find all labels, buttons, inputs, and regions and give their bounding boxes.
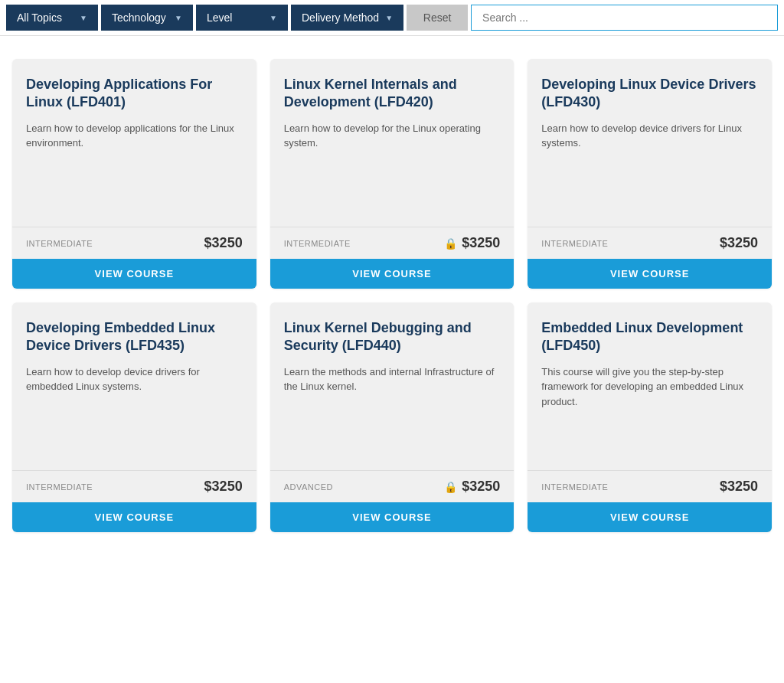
course-price: $3250: [462, 479, 500, 495]
course-price: $3250: [204, 479, 243, 495]
course-card: Linux Kernel Debugging and Security (LFD…: [270, 302, 514, 532]
lock-icon: 🔒: [444, 237, 457, 250]
view-course-button[interactable]: VIEW COURSE: [528, 259, 772, 289]
card-footer: INTERMEDIATE $3250: [528, 470, 772, 502]
price-area: $3250: [204, 479, 243, 495]
course-grid: Developing Applications For Linux (LFD40…: [0, 36, 784, 555]
card-body: Developing Embedded Linux Device Drivers…: [12, 302, 256, 470]
topics-dropdown[interactable]: All Topics ▼: [6, 5, 98, 31]
card-footer: INTERMEDIATE 🔒 $3250: [270, 227, 514, 259]
course-description: Learn how to develop applications for th…: [26, 121, 243, 151]
card-footer: INTERMEDIATE $3250: [12, 227, 256, 259]
price-area: 🔒 $3250: [444, 235, 500, 251]
course-title: Embedded Linux Development (LFD450): [541, 319, 758, 355]
filter-bar: All Topics ▼ Technology ▼ Level ▼ Delive…: [0, 0, 784, 36]
course-description: This course will give you the step-by-st…: [541, 364, 758, 410]
technology-arrow: ▼: [175, 14, 182, 22]
course-level: INTERMEDIATE: [26, 482, 93, 492]
delivery-method-dropdown[interactable]: Delivery Method ▼: [291, 5, 403, 31]
lock-icon: 🔒: [444, 481, 457, 493]
price-area: $3250: [720, 479, 758, 495]
price-area: $3250: [720, 235, 758, 251]
course-price: $3250: [720, 479, 758, 495]
course-level: INTERMEDIATE: [541, 482, 608, 492]
technology-label: Technology: [112, 11, 166, 24]
course-level: INTERMEDIATE: [26, 239, 93, 248]
course-card: Linux Kernel Internals and Development (…: [270, 59, 514, 289]
course-card: Developing Linux Device Drivers (LFD430)…: [528, 59, 772, 289]
search-input[interactable]: [471, 5, 778, 31]
card-footer: ADVANCED 🔒 $3250: [270, 470, 514, 502]
view-course-button[interactable]: VIEW COURSE: [12, 259, 256, 289]
card-footer: INTERMEDIATE $3250: [12, 470, 256, 502]
card-body: Linux Kernel Internals and Development (…: [270, 59, 514, 227]
course-title: Linux Kernel Debugging and Security (LFD…: [284, 319, 501, 355]
topics-label: All Topics: [17, 11, 62, 24]
view-course-button[interactable]: VIEW COURSE: [270, 259, 514, 289]
card-body: Embedded Linux Development (LFD450) This…: [528, 302, 772, 470]
course-price: $3250: [462, 235, 500, 251]
course-card: Developing Embedded Linux Device Drivers…: [12, 302, 256, 532]
course-title: Linux Kernel Internals and Development (…: [284, 76, 501, 112]
technology-dropdown[interactable]: Technology ▼: [101, 5, 193, 31]
course-title: Developing Applications For Linux (LFD40…: [26, 76, 243, 112]
delivery-method-arrow: ▼: [385, 14, 393, 22]
delivery-method-label: Delivery Method: [302, 11, 379, 24]
card-body: Linux Kernel Debugging and Security (LFD…: [270, 302, 514, 470]
level-arrow: ▼: [270, 14, 277, 22]
course-card: Developing Applications For Linux (LFD40…: [12, 59, 256, 289]
topics-arrow: ▼: [80, 14, 87, 22]
course-description: Learn how to develop device drivers for …: [541, 121, 758, 151]
price-area: 🔒 $3250: [444, 479, 500, 495]
course-level: ADVANCED: [284, 482, 333, 492]
course-title: Developing Linux Device Drivers (LFD430): [541, 76, 758, 112]
card-footer: INTERMEDIATE $3250: [528, 227, 772, 259]
course-description: Learn the methods and internal Infrastru…: [284, 364, 501, 394]
course-level: INTERMEDIATE: [541, 239, 608, 248]
reset-button[interactable]: Reset: [407, 5, 468, 31]
course-price: $3250: [720, 235, 758, 251]
level-label: Level: [207, 11, 232, 24]
course-card: Embedded Linux Development (LFD450) This…: [528, 302, 772, 532]
card-body: Developing Applications For Linux (LFD40…: [12, 59, 256, 227]
view-course-button[interactable]: VIEW COURSE: [12, 502, 256, 532]
card-body: Developing Linux Device Drivers (LFD430)…: [528, 59, 772, 227]
view-course-button[interactable]: VIEW COURSE: [528, 502, 772, 532]
course-description: Learn how to develop device drivers for …: [26, 364, 243, 394]
level-dropdown[interactable]: Level ▼: [196, 5, 288, 31]
price-area: $3250: [204, 235, 243, 251]
course-level: INTERMEDIATE: [284, 239, 351, 248]
course-title: Developing Embedded Linux Device Drivers…: [26, 319, 243, 355]
course-price: $3250: [204, 235, 243, 251]
view-course-button[interactable]: VIEW COURSE: [270, 502, 514, 532]
course-description: Learn how to develop for the Linux opera…: [284, 121, 501, 151]
